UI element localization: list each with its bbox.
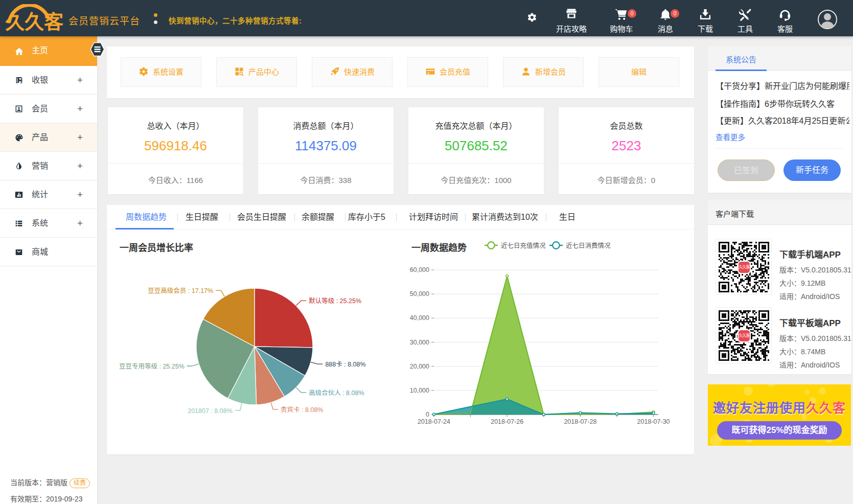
svg-text:久久客: 久久客 (5, 11, 63, 33)
svg-text:10,000: 10,000 (410, 387, 429, 394)
svg-text:贵宾卡 : 8.08%: 贵宾卡 : 8.08% (281, 406, 323, 414)
svg-text:2018-07-30: 2018-07-30 (637, 418, 670, 425)
svg-text:近七日充值情况: 近七日充值情况 (501, 242, 546, 249)
svg-text:40,000: 40,000 (410, 314, 429, 322)
svg-text:2018-07-28: 2018-07-28 (564, 418, 596, 425)
svg-text:高级合伙人 : 8.08%: 高级合伙人 : 8.08% (309, 389, 364, 397)
svg-text:60,000: 60,000 (410, 266, 429, 273)
svg-text:豆豆高级会员 : 17.17%: 豆豆高级会员 : 17.17% (148, 287, 213, 294)
svg-text:默认等级 : 25.25%: 默认等级 : 25.25% (309, 297, 361, 305)
svg-text:30,000: 30,000 (410, 339, 429, 346)
svg-text:豆豆专用等级 : 25.25%: 豆豆专用等级 : 25.25% (119, 362, 185, 370)
svg-text:2018-07-26: 2018-07-26 (491, 418, 523, 425)
svg-text:2018-07-24: 2018-07-24 (418, 418, 450, 425)
svg-text:201807 : 8.08%: 201807 : 8.08% (188, 407, 233, 415)
svg-text:50,000: 50,000 (410, 290, 429, 297)
svg-text:近七日消费情况: 近七日消费情况 (566, 242, 611, 249)
svg-text:0: 0 (426, 411, 429, 418)
svg-text:888卡 : 8.08%: 888卡 : 8.08% (325, 361, 365, 368)
svg-text:20,000: 20,000 (410, 363, 429, 370)
